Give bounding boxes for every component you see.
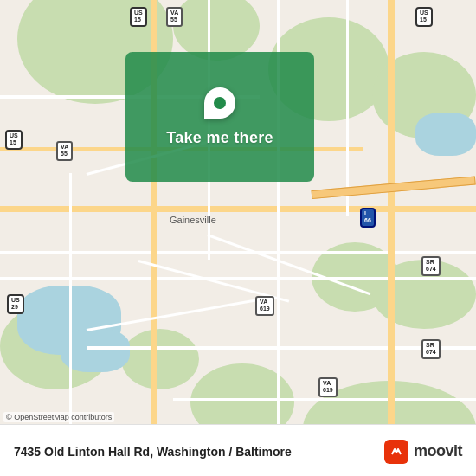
location-pin-wrapper	[198, 80, 242, 125]
badge-va55-mid: VA55	[56, 141, 73, 161]
take-me-there-button[interactable]: Take me there	[166, 129, 273, 147]
badge-va55-top: VA55	[166, 7, 183, 27]
location-pin	[204, 87, 235, 119]
moovit-logo: moovit	[384, 440, 462, 464]
badge-us15-left: US15	[5, 130, 23, 150]
moovit-svg	[389, 444, 404, 460]
badge-us29: US29	[7, 294, 24, 314]
badge-va619-2: VA619	[318, 377, 338, 397]
address-text: 7435 Old Linton Hall Rd, Washington / Ba…	[14, 445, 292, 459]
moovit-text: moovit	[414, 442, 462, 460]
osm-attribution: © OpenStreetMap contributors	[3, 412, 114, 422]
action-overlay[interactable]: Take me there	[125, 52, 314, 182]
badge-us15-top: US15	[130, 7, 147, 27]
badge-sr674-upper: SR674	[421, 256, 441, 276]
moovit-icon	[384, 440, 408, 464]
badge-sr674-lower: SR674	[421, 339, 441, 359]
bottom-bar: 7435 Old Linton Hall Rd, Washington / Ba…	[0, 424, 476, 476]
green-area-7	[121, 329, 199, 389]
badge-i66: I66	[360, 208, 376, 228]
water-area-3	[415, 113, 476, 156]
road-horizontal-3	[173, 398, 476, 401]
map-container: Take me there Gainesville © OpenStreetMa…	[0, 0, 476, 476]
badge-va619-1: VA619	[255, 296, 274, 316]
road-vertical-right2	[346, 0, 349, 216]
badge-us15-right: US15	[415, 7, 433, 27]
road-va619	[87, 346, 476, 350]
gainesville-label: Gainesville	[170, 215, 216, 225]
road-right-vertical	[388, 0, 395, 476]
